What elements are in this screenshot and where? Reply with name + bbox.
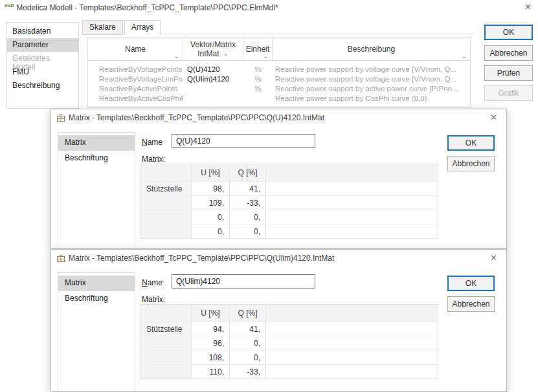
sidebar-item-matrix[interactable]: Matrix: [58, 135, 135, 151]
ok-button[interactable]: OK: [447, 135, 495, 151]
main-window-close-icon[interactable]: ✕: [524, 2, 532, 12]
dialog-titlebar: Matrix - Templates\Beckhoff_TcPPC_Templa…: [51, 109, 506, 126]
table-row[interactable]: ReactiveByVoltagePoints Q(U)4120 % React…: [88, 65, 470, 74]
matrix-cell-u[interactable]: 110,: [192, 365, 230, 378]
row-header-empty: [141, 224, 192, 238]
matrix-row: 108, 0,: [141, 350, 438, 364]
empty-cell: [266, 365, 438, 378]
row-description: Reactive power support by voltage curve …: [273, 65, 470, 74]
dialog-close-icon[interactable]: ✕: [490, 253, 497, 263]
matrix-icon: [56, 254, 65, 263]
column-header-q: Q [%]: [230, 164, 266, 181]
tab-arrays[interactable]: Arrays: [124, 20, 161, 35]
matrix-dialog-qulim4120: Matrix - Templates\Beckhoff_TcPPC_Templa…: [50, 249, 507, 392]
matrix-cell-q[interactable]: 0,: [230, 351, 266, 364]
matrix-table: U [%] Q [%] Stützstelle 98, 41, 109, -33…: [140, 164, 438, 239]
sidebar-item-fmu[interactable]: FMU: [7, 65, 78, 79]
row-unit: %: [243, 74, 273, 84]
main-window-title: Modelica Modell - Templates\Beckhoff_TcP…: [16, 3, 278, 12]
column-header-intmat-label: IntMat: [197, 49, 219, 58]
matrix-table-header: U [%] Q [%]: [141, 305, 438, 321]
matrix-cell-q[interactable]: -33,: [230, 196, 266, 210]
dialog-close-icon[interactable]: ✕: [490, 113, 497, 122]
table-row[interactable]: ReactiveByVoltageLimPoints Q(Ulim)4120 %…: [88, 74, 470, 84]
column-header-vektor-label: Vektor/Matrix: [190, 40, 236, 49]
main-sidebar: Basisdaten Parameter Getaktetes Modell F…: [6, 22, 79, 109]
chevron-down-icon[interactable]: ⌄: [263, 53, 269, 60]
empty-cell: [266, 336, 438, 350]
empty-cell: [266, 351, 438, 364]
ok-button[interactable]: OK: [484, 25, 533, 40]
row-header-empty: [141, 336, 192, 350]
check-button[interactable]: Prüfen: [484, 65, 533, 81]
row-description: Reactive power support by active power c…: [273, 84, 470, 94]
corner-cell: [141, 164, 192, 181]
table-row[interactable]: ReactiveByActiveCosPhiPoints Reactive po…: [88, 94, 470, 103]
tab-skalare[interactable]: Skalare: [82, 20, 123, 35]
sidebar-item-beschriftung[interactable]: Beschriftung: [58, 151, 135, 166]
row-name: ReactiveByActiveCosPhiPoints: [88, 94, 183, 103]
empty-cell: [266, 196, 438, 210]
row-unit: [243, 94, 273, 103]
empty-header-cell: [266, 164, 438, 181]
matrix-cell-q[interactable]: 0,: [230, 210, 266, 224]
name-input[interactable]: [172, 134, 315, 148]
sidebar-item-matrix[interactable]: Matrix: [58, 276, 135, 291]
matrix-cell-q[interactable]: 41,: [230, 182, 266, 195]
empty-cell: [266, 224, 438, 238]
matrix-cell-u[interactable]: 94,: [192, 322, 230, 336]
column-header-einheit[interactable]: Einheit ⌄: [243, 38, 273, 60]
row-matrix-value[interactable]: Q(U)4120: [183, 65, 243, 74]
column-header-u: U [%]: [192, 164, 230, 181]
matrix-cell-u[interactable]: 96,: [192, 336, 230, 350]
matrix-cell-q[interactable]: 0,: [230, 224, 266, 238]
table-row[interactable]: ReactiveByActivePoints % Reactive power …: [88, 84, 470, 94]
matrix-row: 0, 0,: [141, 210, 438, 224]
graphic-button: Grafik: [484, 85, 533, 101]
row-name: ReactiveByVoltageLimPoints: [88, 74, 183, 84]
row-matrix-value[interactable]: [183, 94, 243, 103]
cancel-button[interactable]: Abbrechen: [447, 156, 495, 171]
matrix-label: Matrix:: [142, 295, 165, 304]
matrix-cell-q[interactable]: 41,: [230, 322, 266, 336]
name-input[interactable]: [172, 274, 315, 289]
matrix-cell-u[interactable]: 98,: [192, 182, 230, 195]
matrix-table-header: U [%] Q [%]: [141, 164, 438, 181]
matrix-cell-u[interactable]: 0,: [192, 224, 230, 238]
arrays-table-header: Name ⌄ Vektor/Matrix IntMat ⌄ Einheit ⌄ …: [88, 38, 470, 61]
matrix-cell-u[interactable]: 108,: [192, 351, 230, 364]
empty-cell: [266, 182, 438, 195]
column-header-beschreibung[interactable]: Beschreibung ⌄: [273, 38, 470, 60]
sidebar-item-beschriftung[interactable]: Beschriftung: [58, 291, 135, 307]
cancel-button[interactable]: Abbrechen: [447, 296, 495, 312]
chevron-down-icon[interactable]: ⌄: [462, 53, 467, 60]
name-label: Name: [142, 138, 163, 147]
column-header-vektor-matrix[interactable]: Vektor/Matrix IntMat ⌄: [183, 38, 243, 60]
row-name: ReactiveByActivePoints: [88, 84, 183, 94]
row-unit: %: [243, 84, 273, 94]
matrix-row: 0, 0,: [141, 224, 438, 238]
row-unit: %: [243, 65, 273, 74]
matrix-cell-q[interactable]: 0,: [230, 336, 266, 350]
matrix-cell-u[interactable]: 109,: [192, 196, 230, 210]
dialog-sidebar: Matrix Beschriftung: [58, 272, 135, 392]
arrays-table: Name ⌄ Vektor/Matrix IntMat ⌄ Einheit ⌄ …: [87, 37, 471, 108]
matrix-row: 109, -33,: [141, 195, 438, 210]
cancel-button[interactable]: Abbrechen: [484, 45, 533, 61]
row-description: Reactive power support by voltage curve …: [273, 74, 470, 84]
chevron-down-icon[interactable]: ⌄: [223, 50, 228, 57]
sidebar-item-beschreibung[interactable]: Beschreibung: [7, 79, 78, 93]
sidebar-item-parameter[interactable]: Parameter: [7, 38, 78, 52]
ok-button[interactable]: OK: [447, 276, 495, 291]
matrix-cell-q[interactable]: -33,: [230, 365, 266, 378]
chevron-down-icon[interactable]: ⌄: [174, 53, 179, 60]
column-header-name[interactable]: Name ⌄: [88, 38, 183, 60]
row-header-empty: [141, 210, 192, 224]
matrix-cell-u[interactable]: 0,: [192, 210, 230, 224]
row-matrix-value[interactable]: [183, 84, 243, 94]
row-header-empty: [141, 196, 192, 210]
sidebar-item-basisdaten[interactable]: Basisdaten: [7, 25, 78, 38]
empty-cell: [266, 210, 438, 224]
row-matrix-value[interactable]: Q(Ulim)4120: [183, 74, 243, 84]
row-name: ReactiveByVoltagePoints: [88, 65, 183, 74]
